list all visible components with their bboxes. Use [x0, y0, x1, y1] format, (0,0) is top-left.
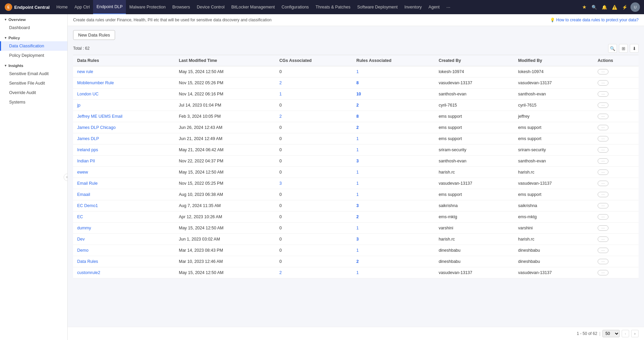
action-btn[interactable]: ⋯: [598, 158, 608, 164]
cell-actions[interactable]: ⋯: [594, 211, 639, 223]
action-btn[interactable]: ⋯: [598, 259, 608, 264]
action-btn[interactable]: ⋯: [598, 147, 608, 153]
cell-actions[interactable]: ⋯: [594, 178, 639, 189]
action-btn[interactable]: ⋯: [598, 181, 608, 186]
action-btn[interactable]: ⋯: [598, 91, 608, 97]
cell-actions[interactable]: ⋯: [594, 156, 639, 167]
cell-actions[interactable]: ⋯: [594, 267, 639, 278]
column-settings-icon[interactable]: ⊞: [619, 44, 628, 53]
export-icon[interactable]: ⬇: [630, 44, 639, 53]
cell-cgs[interactable]: 2: [275, 111, 352, 122]
sidebar-section-insights[interactable]: ▼ Insights: [0, 60, 67, 69]
cell-actions[interactable]: ⋯: [594, 189, 639, 200]
alert-icon[interactable]: ⚠️: [610, 3, 619, 12]
cell-actions[interactable]: ⋯: [594, 234, 639, 245]
cell-rules[interactable]: 2: [352, 211, 435, 223]
cell-data-rule-name[interactable]: ewew: [73, 167, 175, 178]
cell-data-rule-name[interactable]: jp: [73, 100, 175, 111]
cell-data-rule-name[interactable]: EC Demo1: [73, 200, 175, 211]
cell-data-rule-name[interactable]: Jeffrey ME UEMS Email: [73, 111, 175, 122]
sidebar-section-overview[interactable]: ▼ Overview: [0, 14, 67, 23]
sidebar-item-data-classification[interactable]: Data Classification: [0, 41, 67, 51]
cell-data-rule-name[interactable]: Emaail: [73, 189, 175, 200]
nav-browsers[interactable]: Browsers: [169, 0, 193, 14]
action-btn[interactable]: ⋯: [598, 248, 608, 253]
action-btn[interactable]: ⋯: [598, 80, 608, 86]
cell-rules[interactable]: 1: [352, 189, 435, 200]
action-btn[interactable]: ⋯: [598, 125, 608, 130]
action-btn[interactable]: ⋯: [598, 214, 608, 220]
nav-home[interactable]: Home: [53, 0, 71, 14]
action-btn[interactable]: ⋯: [598, 136, 608, 141]
cell-data-rule-name[interactable]: Dev: [73, 234, 175, 245]
cell-rules[interactable]: 1: [352, 223, 435, 234]
cell-cgs[interactable]: 2: [275, 77, 352, 89]
cell-rules[interactable]: 1: [352, 167, 435, 178]
nav-endpointdlp[interactable]: Endpoint DLP: [93, 0, 126, 14]
action-btn[interactable]: ⋯: [598, 169, 608, 175]
cell-rules[interactable]: 1: [352, 267, 435, 278]
cell-rules[interactable]: 1: [352, 133, 435, 144]
nav-more[interactable]: ···: [443, 0, 454, 14]
cell-actions[interactable]: ⋯: [594, 122, 639, 133]
sidebar-item-dashboard[interactable]: Dashboard: [0, 23, 67, 32]
cell-actions[interactable]: ⋯: [594, 223, 639, 234]
cell-cgs[interactable]: 2: [275, 267, 352, 278]
cell-actions[interactable]: ⋯: [594, 167, 639, 178]
sidebar-item-sensitive-email-audit[interactable]: Sensitive Email Audit: [0, 69, 67, 78]
action-btn[interactable]: ⋯: [598, 203, 608, 208]
cell-rules[interactable]: 2: [352, 256, 435, 267]
search-table-icon[interactable]: 🔍: [608, 44, 617, 53]
cell-data-rule-name[interactable]: Email Rule: [73, 178, 175, 189]
cell-rules[interactable]: 1: [352, 144, 435, 156]
nav-configurations[interactable]: Configurations: [278, 0, 312, 14]
cell-rules[interactable]: 10: [352, 89, 435, 100]
cell-cgs[interactable]: 1: [275, 89, 352, 100]
sidebar-item-sensitive-file-audit[interactable]: Sensitive File Audit: [0, 78, 67, 88]
nav-softwaredeployment[interactable]: Software Deployment: [354, 0, 401, 14]
logo[interactable]: E Endpoint Central: [1, 3, 53, 11]
nav-devicecontrol[interactable]: Device Control: [193, 0, 228, 14]
cell-rules[interactable]: 1: [352, 178, 435, 189]
cell-rules[interactable]: 2: [352, 100, 435, 111]
cell-actions[interactable]: ⋯: [594, 200, 639, 211]
cell-actions[interactable]: ⋯: [594, 133, 639, 144]
cell-actions[interactable]: ⋯: [594, 256, 639, 267]
user-avatar[interactable]: U: [630, 2, 640, 12]
cell-data-rule-name[interactable]: London UC: [73, 89, 175, 100]
pagination-next[interactable]: ›: [631, 330, 639, 337]
cell-rules[interactable]: 8: [352, 77, 435, 89]
nav-inventory[interactable]: Inventory: [401, 0, 425, 14]
sidebar-item-override-audit[interactable]: Override Audit: [0, 88, 67, 97]
cell-actions[interactable]: ⋯: [594, 100, 639, 111]
action-btn[interactable]: ⋯: [598, 103, 608, 108]
action-btn[interactable]: ⋯: [598, 69, 608, 74]
per-page-select[interactable]: 50 25 100: [602, 330, 620, 337]
action-btn[interactable]: ⋯: [598, 236, 608, 242]
cell-rules[interactable]: 1: [352, 66, 435, 77]
pagination-prev[interactable]: ‹: [622, 330, 629, 337]
flash-icon[interactable]: ⚡: [620, 3, 629, 12]
cell-actions[interactable]: ⋯: [594, 77, 639, 89]
search-icon[interactable]: 🔍: [590, 3, 599, 12]
action-btn[interactable]: ⋯: [598, 270, 608, 275]
cell-data-rule-name[interactable]: James DLP Chicago: [73, 122, 175, 133]
sidebar-collapse-handle[interactable]: ≡: [64, 174, 68, 181]
cell-data-rule-name[interactable]: new rule: [73, 66, 175, 77]
cell-data-rule-name[interactable]: Data Rules: [73, 256, 175, 267]
cell-rules[interactable]: 3: [352, 156, 435, 167]
nav-appcrl[interactable]: App Ctrl: [71, 0, 93, 14]
award-icon[interactable]: ★: [580, 3, 589, 12]
cell-data-rule-name[interactable]: EC: [73, 211, 175, 223]
cell-rules[interactable]: 3: [352, 200, 435, 211]
nav-threats[interactable]: Threats & Patches: [312, 0, 354, 14]
help-link[interactable]: 💡 How to create data rules to protect yo…: [550, 18, 639, 22]
cell-rules[interactable]: 1: [352, 245, 435, 256]
cell-actions[interactable]: ⋯: [594, 144, 639, 156]
cell-data-rule-name[interactable]: Demo: [73, 245, 175, 256]
action-btn[interactable]: ⋯: [598, 114, 608, 119]
cell-data-rule-name[interactable]: dummy: [73, 223, 175, 234]
cell-actions[interactable]: ⋯: [594, 89, 639, 100]
nav-malware[interactable]: Malware Protection: [126, 0, 169, 14]
action-btn[interactable]: ⋯: [598, 192, 608, 197]
